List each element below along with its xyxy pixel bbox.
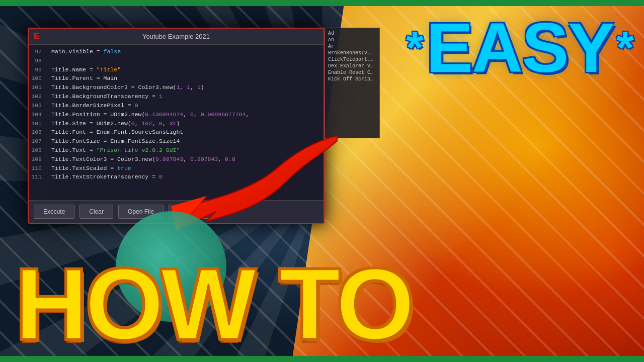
code-line: Title.BackgroundTransparency = 1	[51, 92, 318, 101]
line-num: 105	[31, 119, 42, 128]
code-line: Title.Size = UDim2.new(0, 162, 0, 31)	[51, 119, 318, 128]
line-num: 107	[31, 137, 42, 146]
line-num: 111	[31, 172, 42, 182]
clear-button[interactable]: Clear	[79, 205, 113, 219]
easy-text-overlay: * EASY *	[406, 18, 634, 77]
execute-button[interactable]: Execute	[34, 205, 74, 219]
code-line	[51, 56, 318, 65]
file-item[interactable]: Enable Reset Char	[327, 69, 377, 76]
howto-main-text: HOW TO	[15, 261, 412, 347]
line-num: 100	[31, 74, 42, 83]
file-item[interactable]: An	[327, 37, 377, 43]
line-num: 101	[31, 83, 42, 92]
line-num: 104	[31, 110, 42, 119]
file-item[interactable]: Ar	[327, 43, 377, 50]
line-num: 97	[31, 47, 42, 56]
line-num: 106	[31, 128, 42, 137]
editor-titlebar: E Youtube Example 2021	[29, 29, 324, 45]
line-num: 109	[31, 155, 42, 164]
editor-title: Youtube Example 2021	[142, 33, 210, 40]
code-line: Title.BorderSizePixel = 0	[51, 101, 318, 110]
line-num: 110	[31, 164, 42, 173]
file-item[interactable]: Dex Explorer V2.be	[327, 63, 377, 69]
easy-suffix-asterisk: *	[616, 25, 634, 70]
how-to-text-overlay: HOW TO	[15, 261, 412, 347]
line-numbers: 97 98 99 100 101 102 103 104 105 106 107…	[29, 45, 46, 200]
file-item[interactable]: ClickTeleport.txt	[327, 56, 377, 63]
file-list-panel: Ad An Ar BrokenBonesIV.txt ClickTeleport…	[325, 28, 380, 138]
line-num: 99	[31, 65, 42, 74]
file-item[interactable]: BrokenBonesIV.txt	[327, 50, 377, 56]
easy-main-text: EASY	[426, 18, 614, 77]
line-num: 102	[31, 92, 42, 101]
editor-icon: E	[34, 31, 40, 42]
code-line: Title.Name = "Title"	[51, 65, 318, 74]
line-num: 98	[31, 56, 42, 65]
easy-prefix-asterisk: *	[406, 25, 424, 70]
line-num: 103	[31, 101, 42, 110]
code-line: Title.Position = UDim2.new(0.136094674, …	[51, 110, 318, 119]
code-line: Title.Parent = Main	[51, 74, 318, 83]
green-strip-top	[0, 0, 644, 6]
file-item[interactable]: Kick Off Script.txt	[327, 76, 377, 82]
file-item[interactable]: Ad	[327, 30, 377, 37]
line-num: 108	[31, 146, 42, 155]
code-line: Main.Visible = false	[51, 47, 318, 56]
code-line: Title.BackgroundColor3 = Color3.new(1, 1…	[51, 83, 318, 92]
